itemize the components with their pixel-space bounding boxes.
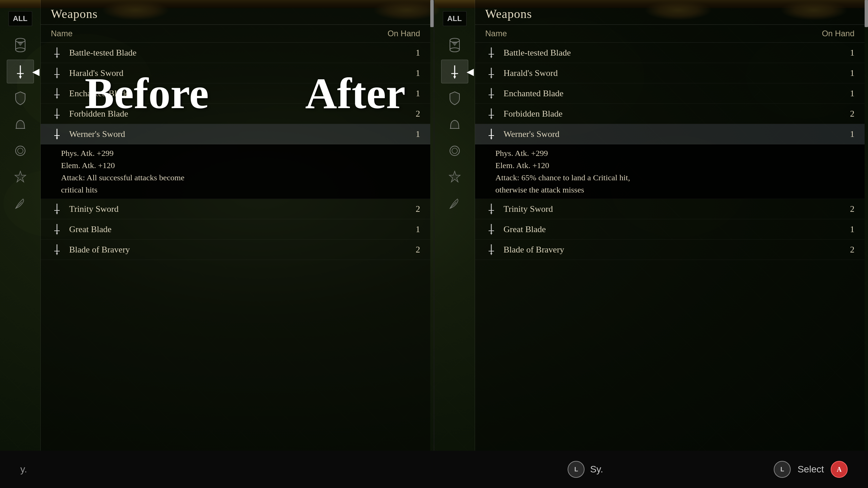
left-row-great-blade[interactable]: Great Blade 1 <box>41 219 430 240</box>
svg-marker-24 <box>56 117 58 119</box>
left-icon-sword[interactable]: ◀ <box>7 60 34 83</box>
center-btn-label: Sy. <box>590 464 603 475</box>
right-weapon-count-9: 2 <box>841 245 854 255</box>
left-row-trinity-sword[interactable]: Trinity Sword 2 <box>41 199 430 219</box>
left-icon-all[interactable]: ALL <box>7 7 34 30</box>
right-tooltip-line1: Phys. Atk. +299 <box>495 147 548 159</box>
left-row-haralds-sword[interactable]: Harald's Sword 1 <box>41 63 430 83</box>
left-weapon-count-4: 2 <box>407 109 420 119</box>
svg-marker-52 <box>490 56 492 58</box>
weapon-icon-4 <box>51 108 63 120</box>
right-weapon-count-7: 2 <box>841 204 854 214</box>
left-weapon-name-4: Forbidden Blade <box>69 109 407 119</box>
right-icon-star[interactable] <box>441 165 468 189</box>
center-l-button[interactable]: L <box>568 461 585 478</box>
left-icon-helmet[interactable] <box>7 113 34 136</box>
left-row-blade-of-bravery[interactable]: Blade of Bravery 2 <box>41 240 430 260</box>
svg-marker-21 <box>56 97 58 99</box>
all-badge-left: ALL <box>8 11 32 26</box>
right-weapon-icon-8 <box>485 223 497 236</box>
svg-point-38 <box>450 48 459 52</box>
left-icon-shield[interactable] <box>7 86 34 110</box>
right-weapon-icon-1 <box>485 47 497 59</box>
right-icon-all[interactable]: ALL <box>441 7 468 30</box>
left-icon-ring[interactable] <box>7 139 34 163</box>
right-row-enchanted-blade[interactable]: Enchanted Blade 1 <box>475 83 865 104</box>
a-button[interactable]: A <box>831 461 848 478</box>
left-col-name-header: Name <box>51 29 73 38</box>
right-weapon-list: Battle-tested Blade 1 Harald's Sword 1 <box>475 43 865 451</box>
left-tooltip-row: Phys. Atk. +299 Elem. Atk. +120 Attack: … <box>41 144 430 199</box>
svg-marker-36 <box>56 253 58 255</box>
left-sword-arrow: ◀ <box>32 66 40 77</box>
right-panel-half: ALL ◀ <box>434 0 868 451</box>
right-scrollbar-thumb[interactable] <box>865 0 868 27</box>
right-panel-header: Weapons <box>475 0 865 25</box>
svg-marker-55 <box>490 77 492 79</box>
svg-marker-67 <box>490 212 492 215</box>
left-icon-feather[interactable] <box>7 192 34 216</box>
left-scrollbar[interactable] <box>430 0 434 451</box>
right-row-haralds-sword[interactable]: Harald's Sword 1 <box>475 63 865 83</box>
left-row-forbidden-blade[interactable]: Forbidden Blade 2 <box>41 104 430 124</box>
left-weapon-count-5: 1 <box>407 129 420 139</box>
right-scrollbar[interactable] <box>865 0 868 451</box>
left-weapon-name-3: Enchanted Blade <box>69 88 407 99</box>
left-tooltip-line3: Attack: All successful attacks become <box>61 171 184 184</box>
right-icon-sword[interactable]: ◀ <box>441 60 468 83</box>
right-row-battle-tested-blade[interactable]: Battle-tested Blade 1 <box>475 43 865 63</box>
weapon-icon-8 <box>51 223 63 236</box>
svg-marker-7 <box>19 76 22 79</box>
left-row-battle-tested-blade[interactable]: Battle-tested Blade 1 <box>41 43 430 63</box>
bottom-bar-left: y. <box>20 464 397 475</box>
left-panel-title: Weapons <box>51 7 420 21</box>
right-row-werners-sword[interactable]: Werner's Sword 1 <box>475 124 865 144</box>
left-row-enchanted-blade[interactable]: Enchanted Blade 1 <box>41 83 430 104</box>
right-weapon-name-9: Blade of Bravery <box>504 245 841 255</box>
svg-marker-27 <box>56 138 58 140</box>
right-icon-hourglass[interactable] <box>441 33 468 57</box>
svg-marker-64 <box>490 138 492 140</box>
right-l-button[interactable]: L <box>774 461 791 478</box>
svg-marker-61 <box>490 117 492 119</box>
svg-marker-48 <box>449 171 460 182</box>
right-tooltip-line2: Elem. Atk. +120 <box>495 159 549 171</box>
bottom-bar-right: L Select A <box>774 461 848 478</box>
weapon-icon-5 <box>51 128 63 140</box>
left-row-werners-sword[interactable]: Werner's Sword 1 <box>41 124 430 144</box>
right-icon-shield[interactable] <box>441 86 468 110</box>
bottom-left-text: y. <box>20 464 27 475</box>
right-weapon-name-1: Battle-tested Blade <box>504 48 841 58</box>
right-weapon-name-2: Harald's Sword <box>504 68 841 78</box>
right-row-trinity-sword[interactable]: Trinity Sword 2 <box>475 199 865 219</box>
right-icon-helmet[interactable] <box>441 113 468 136</box>
left-weapon-name-8: Great Blade <box>69 224 407 235</box>
left-weapon-count-2: 1 <box>407 68 420 78</box>
right-weapon-panel: Weapons Name On Hand Battle-tested Blade… <box>475 0 865 451</box>
left-icon-star[interactable] <box>7 165 34 189</box>
right-weapon-icon-2 <box>485 67 497 79</box>
right-weapon-icon-5 <box>485 128 497 140</box>
left-weapon-name-5: Werner's Sword <box>69 129 407 139</box>
left-weapon-count-1: 1 <box>407 48 420 58</box>
right-l-button-label: L <box>781 466 784 473</box>
left-col-onhand-header: On Hand <box>388 29 420 38</box>
right-icon-ring[interactable] <box>441 139 468 163</box>
svg-point-1 <box>16 48 25 52</box>
panels-container: ALL ◀ <box>0 0 868 451</box>
right-weapon-icon-7 <box>485 203 497 215</box>
svg-point-47 <box>452 148 457 154</box>
right-panel-title: Weapons <box>485 7 854 21</box>
left-col-headers: Name On Hand <box>41 25 430 43</box>
right-weapon-name-3: Enchanted Blade <box>504 88 841 99</box>
right-icon-feather[interactable] <box>441 192 468 216</box>
right-row-blade-of-bravery[interactable]: Blade of Bravery 2 <box>475 240 865 260</box>
left-icon-hourglass[interactable] <box>7 33 34 57</box>
right-weapon-count-3: 1 <box>841 88 854 99</box>
left-scrollbar-thumb[interactable] <box>430 0 434 27</box>
right-row-forbidden-blade[interactable]: Forbidden Blade 2 <box>475 104 865 124</box>
bottom-bar: y. L Sy. L Select A <box>0 451 868 488</box>
right-col-onhand-header: On Hand <box>822 29 854 38</box>
right-row-great-blade[interactable]: Great Blade 1 <box>475 219 865 240</box>
right-weapon-name-4: Forbidden Blade <box>504 109 841 119</box>
